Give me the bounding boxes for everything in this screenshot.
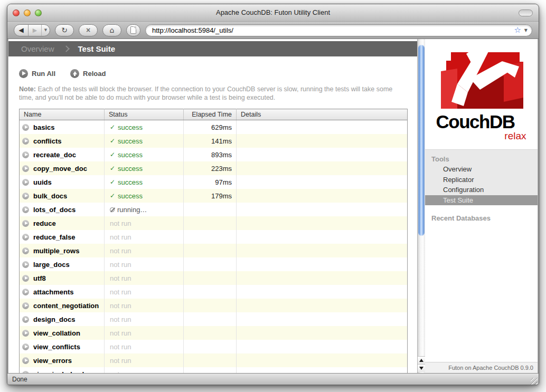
breadcrumb: Overview Test Suite [8, 41, 417, 56]
stop-button[interactable]: × [79, 24, 98, 36]
history-dropdown-icon[interactable]: ▼ [41, 25, 50, 36]
run-test-icon[interactable] [22, 261, 29, 268]
test-name: copy_move_doc [33, 165, 87, 173]
page-proxy-button[interactable] [126, 24, 140, 36]
elapsed-time: 97ms [184, 175, 237, 189]
check-icon: ✓ [110, 123, 115, 131]
breadcrumb-overview-link[interactable]: Overview [21, 44, 54, 53]
details-cell [237, 340, 408, 353]
details-cell [237, 299, 408, 312]
scroll-up-button[interactable] [418, 356, 425, 364]
scrollbar-thumb[interactable] [418, 45, 425, 236]
minimize-window-icon[interactable] [24, 9, 31, 16]
status-cell: ✓ not run [105, 271, 184, 285]
run-test-icon[interactable] [22, 302, 29, 309]
zoom-window-icon[interactable] [35, 9, 42, 16]
note-text: Each of the tests will block the browser… [19, 85, 392, 101]
run-test-icon[interactable] [22, 330, 29, 337]
status-cell: ✓ not run [105, 367, 184, 373]
run-test-icon[interactable] [22, 343, 29, 350]
test-name: reduce [33, 219, 56, 227]
bookmark-star-icon[interactable]: ☆ [514, 25, 521, 35]
resize-grip-icon[interactable] [531, 378, 538, 385]
test-actions: Run All Reload [19, 69, 407, 78]
column-header-details: Details [237, 109, 408, 120]
table-row: reduce ✓ not run [20, 216, 408, 230]
sidebar-tool-item[interactable]: Overview [425, 164, 538, 175]
status-cell: ✓ not run [105, 257, 184, 271]
couch-illustration-icon [435, 46, 528, 112]
status-badge: not run [110, 219, 131, 227]
details-cell [237, 326, 408, 340]
test-name: view_collation [33, 329, 80, 337]
traffic-lights [13, 9, 42, 16]
test-name: view_errors [33, 357, 72, 365]
status-badge: not run [110, 233, 131, 241]
reload-label: Reload [83, 70, 106, 78]
run-test-icon[interactable] [22, 138, 29, 145]
details-cell [237, 353, 408, 367]
futon-sidebar: CouchDB relax Tools OverviewReplicatorCo… [425, 39, 538, 373]
note-label: Note: [19, 85, 36, 93]
details-cell [237, 120, 408, 135]
run-test-icon[interactable] [22, 247, 29, 254]
url-text[interactable]: http://localhost:5984/_utils/ [152, 26, 514, 34]
scroll-down-button[interactable] [418, 364, 425, 372]
status-cell: ✓ not run [105, 230, 184, 244]
check-icon: ✓ [110, 192, 115, 199]
elapsed-time: 179ms [184, 189, 237, 203]
run-test-icon[interactable] [22, 275, 29, 282]
address-dropdown-icon[interactable]: ▼ [524, 28, 528, 33]
browser-window: Apache CouchDB: Futon Utility Client ◀ ▶… [7, 4, 539, 385]
close-window-icon[interactable] [13, 9, 20, 16]
run-test-icon[interactable] [22, 124, 29, 131]
run-test-icon[interactable] [22, 357, 29, 364]
status-cell: ✓ not run [105, 340, 184, 353]
table-row: uuids ✓ success 97ms [20, 175, 408, 189]
elapsed-time [184, 367, 237, 373]
sidebar-tool-item[interactable]: Configuration [425, 185, 538, 195]
forward-button[interactable]: ▶ [29, 25, 41, 36]
elapsed-time [184, 216, 237, 230]
sidebar-tool-item[interactable]: Test Suite [425, 195, 538, 206]
run-test-icon[interactable] [22, 234, 29, 241]
reload-button[interactable]: ↻ [55, 24, 74, 36]
back-button[interactable]: ◀ [14, 25, 29, 36]
tools-heading: Tools [425, 154, 538, 164]
column-header-status: Status [105, 109, 184, 120]
home-button[interactable]: ⌂ [102, 24, 121, 36]
status-badge: not run [110, 329, 131, 337]
run-test-icon[interactable] [22, 151, 29, 158]
run-test-icon[interactable] [22, 316, 29, 323]
table-row: view_include_docs ✓ not run [20, 367, 408, 373]
run-test-icon[interactable] [22, 206, 29, 213]
test-name: attachments [33, 288, 74, 296]
run-all-button[interactable]: Run All [19, 69, 55, 78]
sidebar-tool-item[interactable]: Replicator [425, 175, 538, 185]
status-cell: ✓ success [105, 161, 184, 175]
tools-list: OverviewReplicatorConfigurationTest Suit… [425, 164, 538, 205]
test-results-table: Name Status Elapsed Time Details basics … [19, 109, 408, 373]
status-badge: not run [110, 288, 131, 296]
run-test-icon[interactable] [22, 193, 29, 199]
table-row: content_negotiation ✓ not run [20, 299, 408, 312]
elapsed-time: 141ms [184, 134, 237, 148]
title-bar: Apache CouchDB: Futon Utility Client [7, 4, 539, 22]
status-badge: success [118, 151, 143, 159]
test-name: utf8 [33, 274, 46, 282]
test-name: basics [33, 123, 54, 131]
status-badge: not run [110, 343, 131, 351]
reload-tests-button[interactable]: Reload [70, 69, 106, 78]
details-cell [237, 148, 408, 161]
run-test-icon[interactable] [22, 220, 29, 227]
tools-section: Tools OverviewReplicatorConfigurationTes… [425, 149, 538, 205]
address-bar[interactable]: http://localhost:5984/_utils/ ☆ ▼ [145, 24, 532, 36]
status-cell: ✓ success [105, 120, 184, 135]
toolbar-toggle-button[interactable] [519, 9, 533, 16]
run-test-icon[interactable] [22, 289, 29, 295]
status-badge: success [118, 165, 143, 173]
run-test-icon[interactable] [22, 165, 29, 172]
run-test-icon[interactable] [22, 179, 29, 186]
vertical-scrollbar[interactable] [417, 39, 425, 373]
check-icon: ✓ [110, 151, 115, 158]
